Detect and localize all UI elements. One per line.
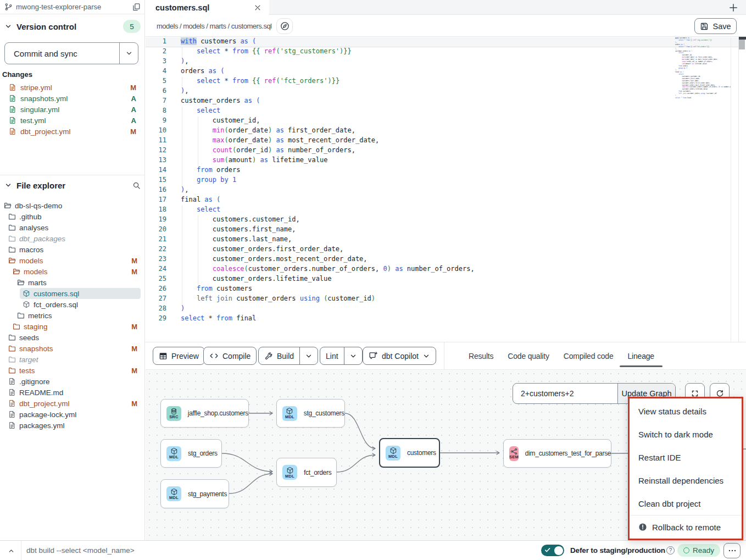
- copilot-compass-button[interactable]: [276, 18, 293, 34]
- file-tree-item-marts[interactable]: marts: [0, 277, 145, 288]
- commit-and-sync-label[interactable]: Commit and sync: [5, 43, 119, 64]
- line-number: 3: [146, 57, 166, 67]
- menu-item-switch-to-dark-mode[interactable]: Switch to dark mode: [630, 423, 742, 446]
- change-item[interactable]: singular.ymlA: [0, 104, 145, 115]
- lint-button[interactable]: Lint: [320, 347, 363, 365]
- folder-icon: [12, 323, 20, 330]
- node-type-label: SEM: [509, 455, 519, 459]
- file-tree-item-customers-sql[interactable]: customers.sql: [0, 288, 145, 299]
- dbt-copilot-button[interactable]: dbt Copilot: [363, 347, 436, 365]
- menu-item-reinstall-dependencies[interactable]: Reinstall dependencies: [630, 469, 742, 492]
- folder-open-icon: [3, 202, 12, 209]
- indent-guide: [198, 136, 198, 146]
- file-tree-item-macros[interactable]: macros: [0, 244, 145, 255]
- more-options-button[interactable]: [723, 543, 741, 558]
- ready-status-badge[interactable]: Ready: [677, 544, 720, 557]
- file-tree-item-models[interactable]: modelsM: [0, 266, 145, 277]
- file-tree-item-staging[interactable]: stagingM: [0, 321, 145, 332]
- change-item[interactable]: dbt_project.ymlM: [0, 126, 145, 137]
- file-tree-item--gitignore[interactable]: .gitignore: [0, 376, 145, 387]
- file-name: models: [19, 257, 43, 265]
- file-tree-item-models[interactable]: modelsM: [0, 255, 145, 266]
- file-tree-item-snapshots[interactable]: snapshotsM: [0, 343, 145, 354]
- file-name: customers.sql: [34, 290, 79, 298]
- lineage-node-stg_customers[interactable]: MDLstg_customers: [276, 399, 345, 428]
- preview-button[interactable]: Preview: [153, 347, 205, 365]
- tab-lineage[interactable]: Lineage: [628, 342, 654, 370]
- indent-guide: [182, 285, 182, 295]
- file-tree-item-metrics[interactable]: metrics: [0, 310, 145, 321]
- build-options-dropdown[interactable]: [299, 347, 318, 364]
- change-status-badge: A: [131, 95, 136, 103]
- change-item[interactable]: stripe.ymlM: [0, 82, 145, 93]
- tab-code-quality[interactable]: Code quality: [508, 342, 549, 370]
- commit-options-dropdown[interactable]: [119, 43, 138, 64]
- menu-item-label: Restart IDE: [638, 453, 681, 462]
- node-label: fct_orders: [304, 469, 331, 476]
- file-name: metrics: [28, 312, 52, 320]
- file-tree-item-dbt-project-yml[interactable]: dbt_project.ymlM: [0, 398, 145, 409]
- indent-guide: [182, 245, 182, 255]
- code-line: customers.customer_id,: [181, 215, 475, 225]
- new-tab-button[interactable]: [726, 1, 741, 14]
- file-explorer-header[interactable]: File explorer: [0, 179, 145, 191]
- file-tree-item-tests[interactable]: testsM: [0, 365, 145, 376]
- compile-button[interactable]: Compile: [203, 347, 257, 365]
- lineage-node-fct_orders[interactable]: MDLfct_orders: [276, 458, 337, 487]
- file-tree-item-dbt-packages[interactable]: dbt_packages: [0, 233, 145, 244]
- menu-item-view-status-details[interactable]: View status details: [630, 400, 742, 423]
- tab-title: customers.sql: [155, 3, 254, 12]
- file-tree-item-readme-md[interactable]: README.md: [0, 387, 145, 398]
- node-type-badge-mdl: MDL: [166, 486, 181, 501]
- defer-toggle[interactable]: [541, 545, 564, 556]
- file-tree-item--github[interactable]: .github: [0, 211, 145, 222]
- status-bar-right: Defer to staging/production ? Ready: [0, 541, 746, 560]
- file-tree-item-package-lock-yml[interactable]: package-lock.yml: [0, 409, 145, 420]
- save-button[interactable]: Save: [694, 18, 737, 34]
- lineage-node-dim[interactable]: SEMdim_customers_test_for_parse: [503, 439, 611, 468]
- lineage-selector-input[interactable]: 2+customers+2: [513, 384, 617, 403]
- code-editor[interactable]: 1234567891011121314151617181920212223242…: [146, 37, 746, 342]
- copilot-chat-icon: [369, 351, 378, 361]
- search-icon[interactable]: [132, 181, 141, 190]
- line-number: 21: [146, 235, 166, 245]
- change-item[interactable]: test.ymlA: [0, 115, 145, 126]
- node-type-badge-sem: SEM: [509, 446, 519, 461]
- tab-results[interactable]: Results: [469, 342, 493, 370]
- file-tree-item-seeds[interactable]: seeds: [0, 332, 145, 343]
- lineage-node-stg_orders[interactable]: MDLstg_orders: [160, 439, 222, 468]
- line-number: 2: [146, 47, 166, 57]
- file-tree-item-analyses[interactable]: analyses: [0, 222, 145, 233]
- editor-minimap[interactable]: with customers as ( select * from {{ ref…: [675, 37, 731, 341]
- file-tree-item-fct-orders-sql[interactable]: fct_orders.sql: [0, 299, 145, 310]
- tab-compiled-code[interactable]: Compiled code: [564, 342, 614, 370]
- menu-item-rollback-to-remote[interactable]: Rollback to remote: [630, 515, 742, 539]
- lint-options-dropdown[interactable]: [344, 347, 362, 364]
- lineage-node-stg_payments[interactable]: MDLstg_payments: [160, 479, 229, 508]
- scrollbar-thumb[interactable]: [739, 40, 745, 49]
- help-icon[interactable]: ?: [666, 546, 675, 555]
- change-item[interactable]: snapshots.ymlA: [0, 93, 145, 104]
- node-type-badge-src: SRC: [166, 406, 181, 421]
- menu-item-restart-ide[interactable]: Restart IDE: [630, 446, 742, 469]
- tab-customers-sql[interactable]: customers.sql: [146, 0, 269, 15]
- file-tree-item-target[interactable]: target: [0, 354, 145, 365]
- line-number: 18: [146, 206, 166, 215]
- commit-and-sync-button[interactable]: Commit and sync: [4, 42, 138, 64]
- menu-item-clean-dbt-project[interactable]: Clean dbt project: [630, 492, 742, 515]
- code-line: customer_orders.lifetime_value: [181, 275, 475, 285]
- code-content[interactable]: with customers as ( select * from {{ ref…: [181, 37, 475, 324]
- model-icon: [286, 407, 293, 415]
- lineage-node-customers[interactable]: MDLcustomers: [379, 438, 440, 468]
- node-label: stg_orders: [188, 450, 218, 457]
- file-tree-item-db-sl-qs-demo[interactable]: db-sl-qs-demo: [0, 200, 145, 211]
- sidebar-section-divider: [0, 175, 145, 175]
- close-tab-icon[interactable]: [254, 4, 261, 12]
- lineage-node-jaffle[interactable]: SRCjaffle_shop.customers: [160, 399, 249, 428]
- change-status-badge: A: [131, 106, 136, 114]
- version-control-header[interactable]: Version control 5: [0, 19, 145, 34]
- build-button[interactable]: Build: [258, 347, 318, 365]
- copy-branch-icon[interactable]: [132, 3, 141, 12]
- file-tree-item-packages-yml[interactable]: packages.yml: [0, 420, 145, 431]
- editor-scrollbar[interactable]: [738, 37, 746, 342]
